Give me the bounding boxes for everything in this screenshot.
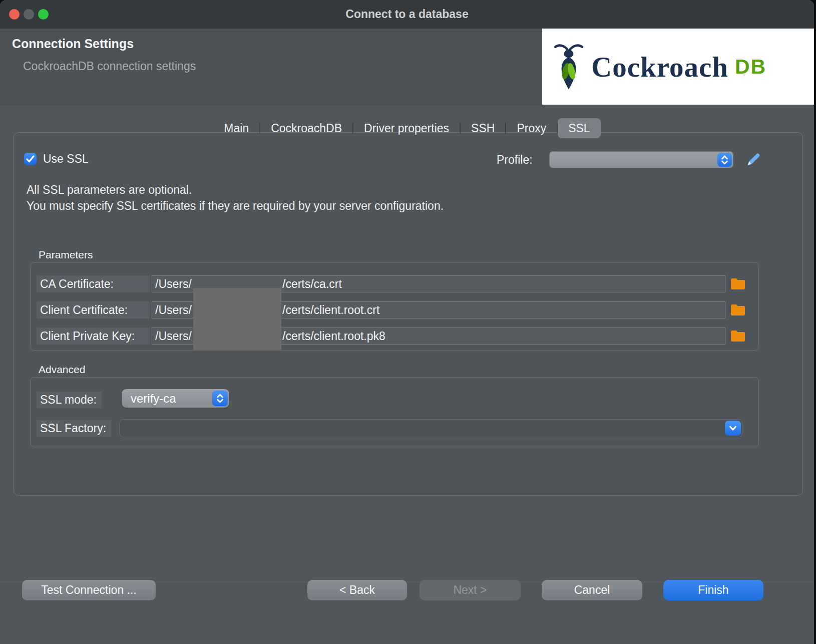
ssl-factory-dropdown-button[interactable] <box>725 421 741 436</box>
dialog-header: Connection Settings CockroachDB connecti… <box>0 29 814 105</box>
folder-icon <box>730 303 745 317</box>
zoom-window-icon[interactable] <box>38 9 49 20</box>
tab-main[interactable]: Main <box>213 118 259 138</box>
ssl-factory-label: SSL Factory: <box>37 420 111 437</box>
use-ssl-label: Use SSL <box>43 152 89 165</box>
path-suffix: /certs/client.root.crt <box>282 302 379 318</box>
profile-label: Profile: <box>497 153 533 167</box>
window-title: Connect to a database <box>0 0 814 29</box>
page-title: Connection Settings <box>12 37 134 51</box>
check-icon <box>26 155 35 163</box>
logo-suffix: DB <box>735 55 766 79</box>
up-down-chevrons-icon <box>717 153 732 167</box>
advanced-group-label: Advanced <box>39 364 85 376</box>
tab-bar: Main CockroachDB Driver properties SSH P… <box>0 118 814 138</box>
chevron-down-icon <box>729 425 737 431</box>
advanced-group-box: SSL mode: verify-ca SSL Factory: <box>30 377 759 447</box>
next-button: Next > <box>420 580 521 600</box>
tab-cockroachdb[interactable]: CockroachDB <box>260 118 352 138</box>
title-bar: Connect to a database <box>0 0 814 29</box>
path-prefix: /Users/ <box>155 302 192 318</box>
cockroachdb-logo: Cockroach DB <box>542 29 814 105</box>
ssl-info-line-2: You must specify SSL certificates if the… <box>27 199 444 213</box>
close-window-icon[interactable] <box>9 9 20 20</box>
ssl-mode-select[interactable]: verify-ca <box>122 389 229 408</box>
dialog-body: Main CockroachDB Driver properties SSH P… <box>0 105 814 644</box>
test-connection-button[interactable]: Test Connection ... <box>22 580 156 600</box>
tab-driver-properties[interactable]: Driver properties <box>353 118 460 138</box>
folder-icon <box>730 277 745 291</box>
edit-profile-pencil-icon[interactable] <box>747 152 761 166</box>
tab-ssh[interactable]: SSH <box>461 118 505 138</box>
tab-ssl[interactable]: SSL <box>558 118 600 138</box>
client-certificate-browse-button[interactable] <box>730 303 745 317</box>
ssl-mode-value: verify-ca <box>131 389 176 408</box>
logo-wordmark: Cockroach <box>591 51 728 83</box>
parameters-group-label: Parameters <box>39 249 93 261</box>
path-suffix: /certs/client.root.pk8 <box>282 328 385 344</box>
ssl-factory-combo[interactable] <box>120 419 742 437</box>
up-down-chevrons-icon <box>212 391 228 406</box>
path-prefix: /Users/ <box>155 328 192 344</box>
ca-certificate-label: CA Certificate: <box>37 275 150 292</box>
minimize-window-icon[interactable] <box>24 9 34 20</box>
tab-proxy[interactable]: Proxy <box>506 118 557 138</box>
client-private-key-browse-button[interactable] <box>730 329 745 343</box>
path-prefix: /Users/ <box>155 276 192 292</box>
connect-dialog-window: Connect to a database Connection Setting… <box>0 0 814 644</box>
folder-icon <box>730 329 745 343</box>
ssl-info-line-1: All SSL parameters are optional. <box>27 183 192 197</box>
ca-certificate-browse-button[interactable] <box>730 277 745 291</box>
ssl-mode-label: SSL mode: <box>37 392 102 408</box>
finish-button[interactable]: Finish <box>663 580 763 600</box>
client-certificate-label: Client Certificate: <box>37 301 150 318</box>
use-ssl-checkbox[interactable] <box>24 153 37 165</box>
cancel-button[interactable]: Cancel <box>542 580 642 600</box>
path-suffix: /certs/ca.crt <box>282 276 342 292</box>
page-subtitle: CockroachDB connection settings <box>23 60 196 73</box>
client-private-key-label: Client Private Key: <box>37 328 150 345</box>
cockroach-bug-icon <box>553 41 584 93</box>
username-redaction-overlay <box>193 288 281 350</box>
profile-select[interactable] <box>549 151 733 168</box>
parameters-group-box: CA Certificate: /Users/ /certs/ca.crt Cl… <box>30 262 759 351</box>
back-button[interactable]: < Back <box>307 580 407 600</box>
